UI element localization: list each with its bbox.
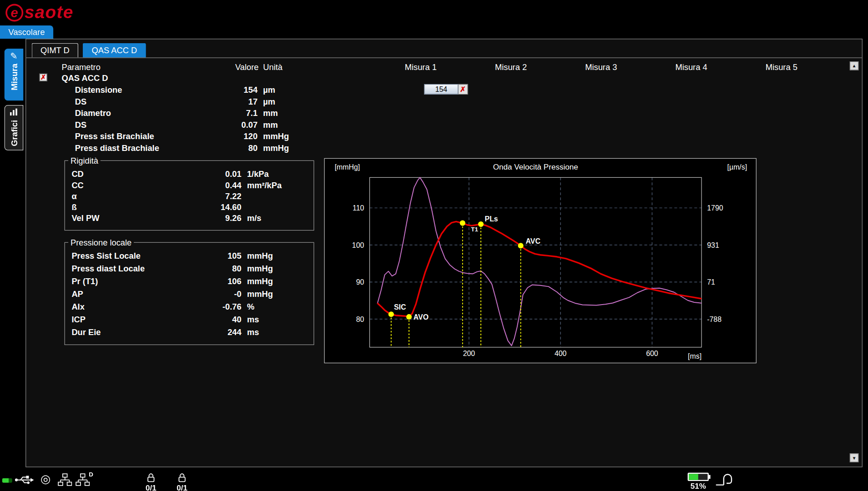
param-value: 105 (182, 251, 242, 261)
param-value: 0.44 (182, 180, 242, 190)
param-unit: mm (263, 120, 278, 130)
x-tick: 600 (646, 350, 658, 357)
param-value: 9.26 (182, 213, 242, 223)
network-d-letter: D (89, 471, 93, 478)
param-name: α (71, 191, 76, 201)
param-value: -0 (182, 289, 242, 299)
network-d-icon: D (76, 473, 92, 489)
scroll-down-icon: ▼ (852, 456, 857, 461)
esaote-logo-e-icon: e (5, 4, 23, 21)
group-row: α 7.22 (65, 191, 314, 202)
rigidita-title: Rigidità (68, 156, 101, 165)
left-tick: 80 (356, 316, 364, 323)
group-row: Vel PW 9.26 m/s (65, 213, 314, 224)
param-unit: ms (247, 327, 259, 337)
param-unit: 1/kPa (247, 169, 269, 179)
group-row: Dur Eie 244 ms (65, 327, 314, 340)
param-unit: µm (263, 85, 275, 95)
qas-checkbox[interactable]: ✗ (40, 74, 47, 81)
marker-dot[interactable] (478, 221, 484, 227)
scroll-down-button[interactable]: ▼ (850, 453, 859, 462)
esaote-logo: e saote (5, 2, 74, 23)
panel-content: ▲ ▼ Parametro Valore Unità Misura 1Misur… (26, 57, 862, 466)
group-row: Press Sist Locale 105 mmHg (65, 251, 314, 263)
group-row: Press diast Locale 80 mmHg (65, 263, 314, 276)
group-row: AP -0 mmHg (65, 289, 314, 301)
param-unit: mm²/kPa (247, 180, 282, 190)
table-row: Press sist Brachiale 120 mmHg (26, 130, 862, 142)
param-name: DS (75, 97, 86, 106)
param-unit: mmHg (263, 131, 289, 141)
group-row: ICP 40 ms (65, 314, 314, 327)
table-header-row: Parametro Valore Unità Misura 1Misura 2M… (26, 62, 862, 72)
queue-indicator-1: 0/1 (139, 473, 163, 491)
right-tick: -788 (707, 316, 722, 323)
tab-qimt-d[interactable]: QIMT D (32, 43, 79, 58)
right-tick: 1790 (707, 204, 723, 212)
param-name: AIx (71, 302, 84, 311)
table-row: Distensione 154 µm 154✗ (26, 84, 862, 96)
param-value: 244 (182, 327, 242, 337)
misura1-delete-button[interactable]: ✗ (459, 84, 468, 95)
param-name: Distensione (75, 85, 122, 95)
marker-label-SIC: SIC (394, 304, 406, 311)
sidebar-tab-misura-label: Misura (9, 64, 19, 90)
battery-indicator: 51% (683, 473, 714, 491)
sidebar-tab-misura[interactable]: ✎ Misura (5, 49, 23, 100)
marker-dot[interactable] (460, 220, 465, 226)
param-unit: mmHg (247, 289, 273, 299)
column-header-misura-5: Misura 5 (766, 62, 797, 72)
pressione-locale-title: Pressione locale (68, 238, 134, 247)
main-panel: QIMT D QAS ACC D ▲ ▼ Parametro Valore Un… (25, 39, 863, 467)
power-led-icon (2, 478, 12, 483)
sidebar-tab-grafici-label: Grafici (9, 120, 19, 146)
param-name: Press diast Brachiale (75, 143, 159, 153)
marker-dot[interactable] (518, 243, 523, 248)
table-row: Diametro 7.1 mm (26, 107, 862, 119)
param-name: CD (71, 169, 83, 179)
pressure-velocity-chart: Onda Velocità Pressione[mmHg][µm/s]11017… (324, 158, 756, 363)
param-value: 0.01 (182, 169, 242, 179)
marker-dot[interactable] (406, 314, 412, 320)
left-tick: 100 (352, 241, 364, 249)
group-row: CD 0.01 1/kPa (65, 169, 314, 180)
marker-dot[interactable] (389, 311, 394, 317)
group-row: CC 0.44 mm²/kPa (65, 180, 314, 190)
column-header-misura-4: Misura 4 (675, 62, 707, 72)
group-row: ß 14.60 (65, 202, 314, 213)
param-unit: ms (247, 315, 259, 324)
network-icon (58, 473, 72, 486)
param-unit: mmHg (247, 264, 273, 273)
param-value: 7.22 (182, 191, 242, 201)
marker-label-AVO: AVO (414, 313, 429, 321)
sidebar-tab-grafici[interactable]: Grafici (5, 105, 23, 150)
group-row: Pr (T1) 106 mmHg (65, 276, 314, 289)
left-tick: 110 (353, 204, 364, 212)
chart-title: Onda Velocità Pressione (493, 163, 578, 171)
param-value: 80 (182, 264, 242, 273)
table-row: DS 17 µm (26, 95, 862, 107)
param-value: 17 (202, 97, 257, 106)
battery-fill (689, 474, 698, 480)
rigidita-rows: CD 0.01 1/kPa CC 0.44 mm²/kPa α 7.22 ß 1… (65, 169, 314, 224)
tab-qas-acc-d[interactable]: QAS ACC D (83, 43, 146, 58)
marker-label-AVC: AVC (526, 237, 540, 245)
tab-vascolare[interactable]: Vascolare (0, 25, 53, 39)
misura1-value-box[interactable]: 154 (424, 84, 459, 95)
screen: e saote Vascolare ✎ Misura Grafici QIMT … (0, 0, 868, 491)
table-row: Press diast Brachiale 80 mmHg (26, 142, 862, 154)
param-name: AP (71, 289, 83, 299)
param-unit: mmHg (263, 143, 289, 153)
column-header-misura-1: Misura 1 (405, 62, 437, 72)
param-value: 7.1 (202, 108, 257, 118)
usb-icon (15, 475, 35, 485)
chart-svg: Onda Velocità Pressione[mmHg][µm/s]11017… (325, 159, 757, 364)
lock-icon (146, 473, 156, 483)
param-value: 120 (202, 131, 257, 141)
bar-chart-icon (10, 108, 18, 117)
pressione-curve (378, 221, 701, 316)
pressione-locale-rows: Press Sist Locale 105 mmHg Press diast L… (65, 251, 314, 340)
param-name: Pr (T1) (71, 276, 98, 286)
param-value: -0.76 (182, 302, 242, 311)
red-x-icon: ✗ (40, 74, 46, 81)
